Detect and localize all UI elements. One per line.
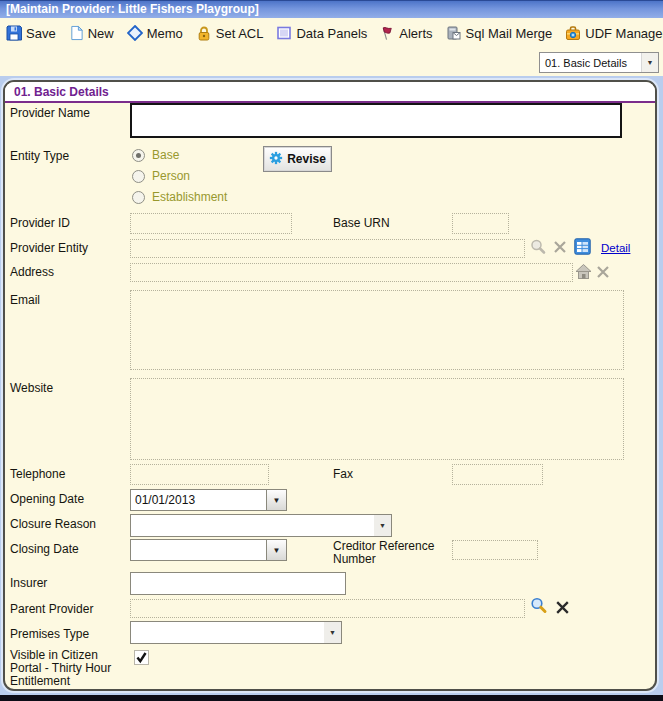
new-document-icon [69, 25, 84, 41]
radio-establishment[interactable] [132, 191, 145, 204]
website-label: Website [10, 382, 128, 395]
data-panels-label: Data Panels [296, 26, 367, 41]
parent-provider-input[interactable] [130, 599, 525, 618]
mail-merge-icon [446, 25, 462, 41]
provider-name-input[interactable] [130, 103, 622, 138]
visible-in-citizen-portal-label: Visible in Citizen Portal - Thirty Hour … [10, 649, 132, 688]
website-input[interactable] [130, 378, 624, 460]
data-panels-button[interactable]: Data Panels [276, 25, 367, 41]
panels-icon [276, 25, 292, 41]
entity-type-option-base[interactable]: Base [132, 148, 179, 162]
chevron-down-icon[interactable]: ▼ [641, 53, 658, 72]
email-input[interactable] [130, 290, 624, 370]
entity-type-label: Entity Type [10, 150, 128, 163]
radio-person-label: Person [152, 169, 190, 183]
search-icon-disabled [529, 238, 547, 260]
base-urn-input[interactable] [452, 213, 509, 234]
panel-title: 01. Basic Details [5, 82, 655, 103]
closure-reason-combo[interactable]: ▼ [130, 514, 392, 537]
detail-link[interactable]: Detail [601, 242, 630, 254]
provider-id-input[interactable] [130, 213, 292, 234]
closing-date-label: Closing Date [10, 543, 128, 556]
panel-body: Provider Name Entity Type Base Person Es… [5, 103, 655, 687]
window-bottom-edge [0, 695, 663, 701]
save-button[interactable]: Save [6, 25, 56, 41]
address-label: Address [10, 266, 128, 279]
home-icon [575, 263, 592, 284]
telephone-label: Telephone [10, 468, 128, 481]
sql-mail-merge-label: Sql Mail Merge [466, 26, 553, 41]
gear-icon [269, 151, 283, 168]
creditor-reference-number-label: Creditor Reference Number [333, 540, 447, 566]
save-label: Save [26, 26, 56, 41]
memo-button[interactable]: Memo [127, 25, 183, 41]
radio-establishment-label: Establishment [152, 190, 227, 204]
toolbar: Save New Memo Set ACL Data Panels Alerts… [0, 18, 663, 76]
creditor-reference-number-input[interactable] [452, 540, 538, 560]
premises-type-dropdown-icon[interactable]: ▼ [324, 622, 341, 643]
closing-date-combo: ▼ [130, 539, 287, 561]
clear-icon-disabled [552, 239, 568, 259]
premises-type-combo[interactable]: ▼ [130, 621, 342, 644]
opening-date-dropdown-icon[interactable]: ▼ [266, 489, 287, 511]
insurer-input[interactable] [130, 572, 346, 595]
set-acl-label: Set ACL [216, 26, 264, 41]
closure-reason-input[interactable] [131, 515, 374, 536]
opening-date-input[interactable] [130, 489, 266, 511]
radio-base-label: Base [152, 148, 179, 162]
alerts-button[interactable]: Alerts [380, 25, 432, 41]
flag-icon [380, 25, 395, 41]
revise-button[interactable]: Revise [263, 146, 332, 172]
provider-name-label: Provider Name [10, 107, 128, 120]
entity-type-option-establishment[interactable]: Establishment [132, 190, 227, 204]
fax-label: Fax [333, 468, 447, 481]
alerts-label: Alerts [399, 26, 432, 41]
fax-input[interactable] [452, 464, 543, 485]
radio-person[interactable] [132, 170, 145, 183]
set-acl-button[interactable]: Set ACL [196, 25, 264, 41]
revise-button-label: Revise [287, 152, 326, 166]
panel-section-selector[interactable]: 01. Basic Details ▼ [539, 52, 659, 73]
padlock-icon [196, 25, 212, 41]
new-label: New [88, 26, 114, 41]
telephone-input[interactable] [130, 464, 269, 485]
udf-manager-button[interactable]: UDF Manager [565, 25, 663, 41]
clear-parent-provider-icon[interactable] [554, 599, 571, 620]
table-lookup-icon[interactable] [574, 238, 591, 259]
parent-provider-label: Parent Provider [10, 603, 128, 616]
window-title: [Maintain Provider: Little Fishers Playg… [0, 0, 663, 18]
sql-mail-merge-button[interactable]: Sql Mail Merge [446, 25, 553, 41]
save-icon [6, 25, 22, 41]
memo-diamond-icon [127, 25, 143, 41]
address-input[interactable] [130, 263, 573, 282]
insurer-label: Insurer [10, 577, 128, 590]
toolbox-icon [565, 25, 581, 41]
provider-id-label: Provider ID [10, 217, 128, 230]
memo-label: Memo [147, 26, 183, 41]
premises-type-label: Premises Type [10, 628, 128, 641]
entity-type-option-person[interactable]: Person [132, 169, 190, 183]
clear-address-icon-disabled [595, 264, 611, 284]
search-icon[interactable] [529, 596, 548, 619]
premises-type-input[interactable] [131, 622, 324, 643]
provider-entity-input[interactable] [130, 239, 525, 258]
opening-date-combo: ▼ [130, 489, 287, 511]
basic-details-panel: 01. Basic Details Provider Name Entity T… [3, 80, 657, 691]
radio-base[interactable] [132, 149, 145, 162]
new-button[interactable]: New [69, 25, 114, 41]
closing-date-dropdown-icon[interactable]: ▼ [266, 539, 287, 561]
visible-in-citizen-portal-checkbox[interactable] [134, 650, 149, 665]
email-label: Email [10, 294, 128, 307]
panel-section-selector-value: 01. Basic Details [540, 57, 641, 69]
closure-reason-label: Closure Reason [10, 518, 128, 531]
provider-entity-label: Provider Entity [10, 242, 128, 255]
udf-manager-label: UDF Manager [585, 26, 663, 41]
opening-date-label: Opening Date [10, 493, 128, 506]
closing-date-input[interactable] [130, 539, 266, 561]
closure-reason-dropdown-icon[interactable]: ▼ [374, 515, 391, 536]
checkmark-icon [135, 651, 148, 664]
base-urn-label: Base URN [333, 217, 447, 230]
